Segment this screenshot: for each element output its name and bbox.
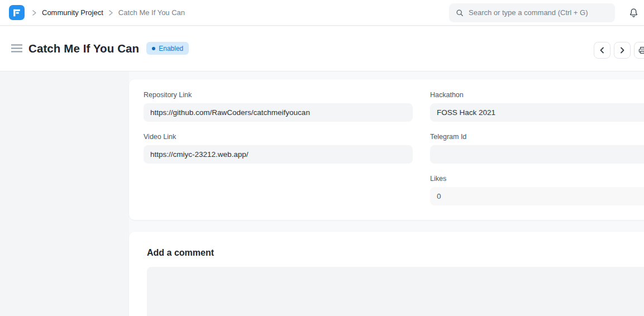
form-sidebar bbox=[0, 71, 129, 316]
form-column-left: Repository Link Video Link bbox=[144, 91, 413, 164]
comments-section-card: Add a comment bbox=[129, 232, 644, 316]
page-head: Catch Me If You Can Enabled bbox=[0, 26, 644, 71]
chevron-right-icon bbox=[619, 47, 625, 54]
search-icon bbox=[456, 9, 464, 17]
chevron-left-icon bbox=[599, 47, 605, 54]
field-label: Video Link bbox=[144, 133, 413, 141]
chevron-right-icon bbox=[108, 9, 113, 16]
field-label: Likes bbox=[430, 175, 644, 183]
field-video-link: Video Link bbox=[144, 133, 413, 164]
video-link-input[interactable] bbox=[144, 145, 413, 164]
field-hackathon: Hackathon bbox=[430, 91, 644, 122]
field-label: Repository Link bbox=[144, 91, 413, 99]
sidebar-toggle-button[interactable] bbox=[10, 42, 23, 55]
bell-icon bbox=[628, 7, 639, 18]
telegram-id-input[interactable] bbox=[430, 145, 644, 164]
page-actions bbox=[594, 42, 644, 59]
menu-icon bbox=[11, 44, 22, 52]
repository-link-input[interactable] bbox=[144, 103, 413, 122]
field-label: Telegram Id bbox=[430, 133, 644, 141]
breadcrumb-item-current: Catch Me If You Can bbox=[118, 8, 185, 17]
notifications-button[interactable] bbox=[624, 7, 643, 18]
navbar: Community Project Catch Me If You Can bbox=[0, 0, 644, 26]
breadcrumb: Community Project Catch Me If You Can bbox=[32, 8, 185, 17]
search-input[interactable] bbox=[469, 8, 608, 17]
global-search[interactable] bbox=[449, 3, 615, 22]
frappe-logo-glyph bbox=[12, 8, 21, 17]
status-dot-icon bbox=[152, 47, 155, 50]
status-badge: Enabled bbox=[146, 42, 189, 55]
status-label: Enabled bbox=[159, 45, 183, 52]
page-title: Catch Me If You Can bbox=[28, 42, 139, 55]
add-comment-heading: Add a comment bbox=[147, 248, 644, 258]
chevron-right-icon bbox=[32, 9, 37, 16]
hackathon-input[interactable] bbox=[430, 103, 644, 122]
next-document-button[interactable] bbox=[614, 42, 631, 59]
page-body: Repository Link Video Link Hackathon Tel bbox=[0, 71, 644, 316]
field-label: Hackathon bbox=[430, 91, 644, 99]
form-column-right: Hackathon Telegram Id Likes bbox=[430, 91, 644, 205]
field-telegram-id: Telegram Id bbox=[430, 133, 644, 164]
form-layout: Repository Link Video Link Hackathon Tel bbox=[129, 71, 644, 316]
likes-input[interactable] bbox=[430, 187, 644, 205]
frappe-logo[interactable] bbox=[9, 5, 25, 20]
printer-icon bbox=[638, 46, 644, 55]
print-button[interactable] bbox=[634, 42, 644, 59]
form-section-card: Repository Link Video Link Hackathon Tel bbox=[129, 79, 644, 220]
field-repository-link: Repository Link bbox=[144, 91, 413, 122]
comment-input[interactable] bbox=[147, 267, 644, 316]
breadcrumb-item-community-project[interactable]: Community Project bbox=[42, 8, 103, 17]
prev-document-button[interactable] bbox=[594, 42, 610, 59]
field-likes: Likes bbox=[430, 175, 644, 205]
